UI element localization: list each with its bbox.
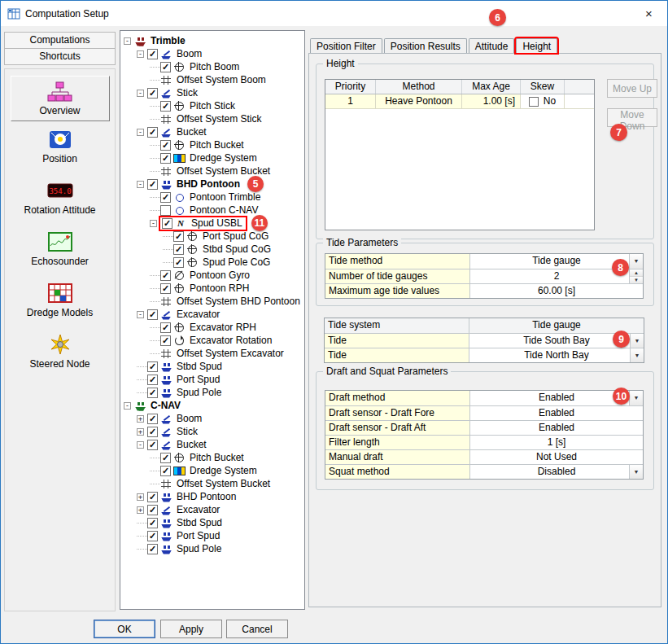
tree-item[interactable]: -Spud USBL11 — [122, 217, 303, 230]
tree-item[interactable]: Spud Pole — [122, 386, 303, 399]
tree-item[interactable]: -Boom — [122, 47, 303, 60]
draft-fore-field[interactable]: Enabled — [470, 406, 643, 420]
move-up-button[interactable]: Move Up — [607, 79, 657, 98]
method-cell[interactable]: Heave Pontoon — [376, 94, 462, 108]
ok-button[interactable]: OK — [94, 620, 155, 638]
tree-item[interactable]: Offset System Stick — [122, 112, 303, 125]
tab-attitude[interactable]: Attitude — [469, 38, 515, 53]
tree-item[interactable]: Pontoon RPH — [122, 282, 303, 295]
tree-item[interactable]: Offset System Bucket — [122, 164, 303, 177]
tree-item[interactable]: Stbd Spud — [122, 360, 303, 373]
tree-item[interactable]: Offset System Bucket — [122, 477, 303, 490]
checkbox[interactable] — [160, 322, 171, 333]
priority-cell[interactable]: 1 — [325, 94, 376, 108]
tree-expander-icon[interactable]: - — [137, 441, 144, 449]
tree-item[interactable]: -C-NAV — [122, 399, 303, 412]
tree-expander-icon[interactable]: + — [137, 506, 144, 514]
checkbox[interactable] — [160, 453, 171, 463]
tab-position-results[interactable]: Position Results — [384, 38, 467, 53]
spinner-up-icon[interactable]: ▲ — [630, 269, 643, 277]
tree-item[interactable]: +BHD Pontoon — [122, 490, 303, 503]
skew-checkbox[interactable] — [529, 97, 539, 107]
tree-item[interactable]: Dredge System — [122, 464, 303, 477]
spinner[interactable]: ▲ ▼ — [629, 269, 643, 283]
tree-item[interactable]: -Stick — [122, 86, 303, 99]
checkbox[interactable] — [173, 244, 184, 255]
tree-item[interactable]: Pitch Bucket — [122, 138, 303, 151]
checkbox[interactable] — [147, 375, 158, 385]
tree-item[interactable]: -Bucket — [122, 438, 303, 451]
tree-item[interactable]: Port Spud CoG — [122, 230, 303, 243]
tree-item[interactable]: Pontoon C-NAV — [122, 204, 303, 217]
tree-item[interactable]: +Boom — [122, 412, 303, 425]
column-header-max-age[interactable]: Max Age — [462, 80, 521, 94]
cancel-button[interactable]: Cancel — [226, 620, 288, 638]
tree-expander-icon[interactable]: + — [137, 493, 144, 501]
chevron-down-icon[interactable]: ▼ — [629, 254, 643, 269]
manual-draft-field[interactable]: Not Used — [470, 450, 643, 464]
tree-item[interactable]: Excavator Rotation — [122, 334, 303, 347]
tree-item[interactable]: Pontoon Trimble — [122, 191, 303, 204]
sidebar-item-overview[interactable]: Overview — [11, 76, 110, 121]
tree-expander-icon[interactable]: - — [137, 50, 144, 58]
tab-height[interactable]: Height — [516, 38, 557, 53]
tree-item[interactable]: Spud Pole CoG — [122, 256, 303, 269]
checkbox[interactable] — [173, 231, 184, 242]
sidebar-item-dredge-models[interactable]: Dredge Models — [5, 281, 115, 332]
checkbox[interactable] — [173, 257, 184, 268]
tree-item[interactable]: Pontoon Gyro — [122, 269, 303, 282]
column-header-priority[interactable]: Priority — [325, 80, 376, 94]
checkbox[interactable] — [147, 361, 158, 372]
tree-item[interactable]: -Bucket — [122, 125, 303, 138]
tree-expander-icon[interactable]: - — [137, 311, 144, 318]
column-header-skew[interactable]: Skew — [521, 80, 565, 94]
tree-expander-icon[interactable]: - — [124, 402, 131, 410]
checkbox[interactable] — [160, 205, 171, 216]
shortcuts-button[interactable]: Shortcuts — [4, 48, 116, 65]
sidebar-item-position[interactable]: Position — [5, 127, 115, 178]
checkbox[interactable] — [147, 440, 158, 450]
chevron-down-icon[interactable]: ▼ — [630, 334, 644, 348]
tree-item[interactable]: Stbd Spud CoG — [122, 243, 303, 256]
tree-item[interactable]: Stbd Spud — [122, 516, 303, 529]
tree-item[interactable]: Port Spud — [122, 529, 303, 542]
checkbox[interactable] — [160, 62, 171, 72]
checkbox[interactable] — [160, 153, 171, 164]
close-button[interactable]: × — [631, 1, 667, 26]
sidebar-item-steered-node[interactable]: Steered Node — [5, 332, 115, 383]
tree-item[interactable]: Excavator RPH — [122, 321, 303, 334]
tree-expander-icon[interactable]: - — [150, 220, 157, 227]
tree-item[interactable]: -Trimble — [122, 34, 303, 47]
tree-expander-icon[interactable]: - — [137, 90, 144, 97]
max-age-cell[interactable]: 1.00 [s] — [462, 94, 521, 108]
apply-button[interactable]: Apply — [160, 620, 222, 638]
column-header-method[interactable]: Method — [376, 80, 462, 94]
tree-item[interactable]: Pitch Boom — [122, 60, 303, 73]
tree-item[interactable]: Offset System Excavator — [122, 347, 303, 360]
checkbox[interactable] — [162, 218, 172, 229]
checkbox[interactable] — [160, 335, 171, 346]
checkbox[interactable] — [160, 283, 171, 294]
filter-length-field[interactable]: 1 [s] — [470, 436, 643, 449]
tree-item[interactable]: -Excavator — [122, 308, 303, 321]
max-age-tide-field[interactable]: 60.00 [s] — [470, 284, 643, 298]
checkbox[interactable] — [147, 544, 158, 554]
tree-item[interactable]: +Stick — [122, 425, 303, 438]
checkbox[interactable] — [160, 466, 171, 476]
checkbox[interactable] — [147, 88, 158, 99]
computations-button[interactable]: Computations — [4, 32, 116, 49]
squat-method-select[interactable]: Disabled ▼ — [470, 465, 643, 479]
tree-expander-icon[interactable]: - — [137, 129, 144, 136]
sidebar-item-rotation-attitude[interactable]: 354.0 Rotation Attitude — [5, 178, 115, 230]
checkbox[interactable] — [160, 140, 171, 151]
checkbox[interactable] — [147, 309, 158, 320]
chevron-down-icon[interactable]: ▼ — [630, 348, 644, 362]
tree-expander-icon[interactable]: + — [137, 428, 144, 436]
checkbox[interactable] — [147, 531, 158, 541]
tree-item[interactable]: Offset System BHD Pontoon — [122, 295, 303, 308]
tree-item[interactable]: +Excavator — [122, 503, 303, 516]
tree-item[interactable]: Dredge System — [122, 151, 303, 164]
checkbox[interactable] — [147, 388, 158, 398]
tree-expander-icon[interactable]: - — [124, 37, 131, 45]
tree-item[interactable]: -BHD Pontoon5 — [122, 177, 303, 191]
